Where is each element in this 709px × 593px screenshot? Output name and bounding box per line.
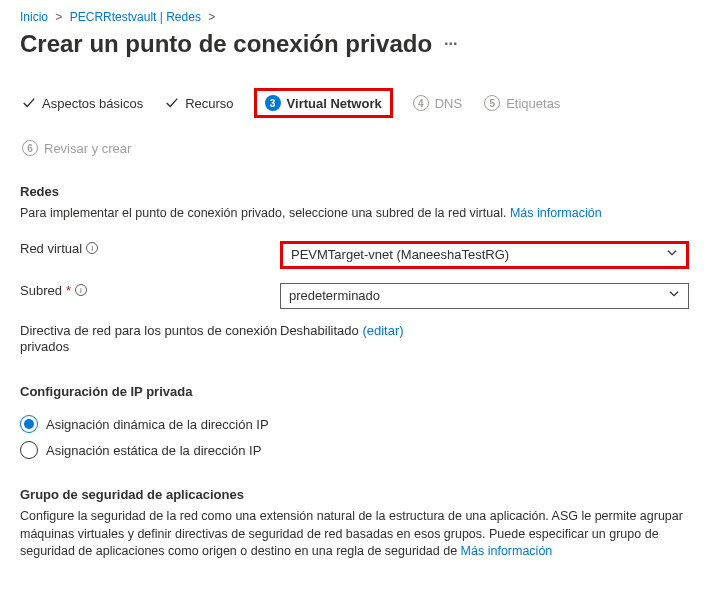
wizard-tabs: Aspectos básicos Recurso 3 Virtual Netwo… <box>20 88 689 160</box>
label-text: Directiva de red para los puntos de cone… <box>20 323 280 357</box>
required-indicator: * <box>66 283 71 298</box>
breadcrumb-sep: > <box>55 10 62 24</box>
tab-label: Virtual Network <box>287 96 382 111</box>
select-red-virtual[interactable]: PEVMTarget-vnet (ManeeshaTestRG) <box>280 241 689 269</box>
section-title-asg: Grupo de seguridad de aplicaciones <box>20 487 689 502</box>
label-subred: Subred * i <box>20 283 280 298</box>
tab-dns[interactable]: 4 DNS <box>411 88 464 118</box>
page-title: Crear un punto de conexión privado ··· <box>20 30 689 58</box>
tab-label: Revisar y crear <box>44 141 131 156</box>
breadcrumb: Inicio > PECRRtestvault | Redes > <box>20 10 689 24</box>
chevron-down-icon <box>668 287 680 302</box>
step-number-icon: 4 <box>413 95 429 111</box>
tab-label: Etiquetas <box>506 96 560 111</box>
chevron-down-icon <box>666 246 678 261</box>
section-title-ipconfig: Configuración de IP privada <box>20 384 689 399</box>
check-icon <box>165 96 179 110</box>
label-text: Subred <box>20 283 62 298</box>
select-value: predeterminado <box>289 288 380 303</box>
radio-icon <box>20 441 38 459</box>
tab-label: DNS <box>435 96 462 111</box>
tab-virtual-network[interactable]: 3 Virtual Network <box>254 88 393 118</box>
section-desc-asg: Configure la seguridad de la red como un… <box>20 508 689 561</box>
radio-ip-static[interactable]: Asignación estática de la dirección IP <box>20 441 689 459</box>
breadcrumb-sep: > <box>208 10 215 24</box>
radio-label: Asignación estática de la dirección IP <box>46 443 261 458</box>
step-number-icon: 6 <box>22 140 38 156</box>
label-red-virtual: Red virtual i <box>20 241 280 256</box>
label-directiva-red: Directiva de red para los puntos de cone… <box>20 323 280 357</box>
radio-ip-dynamic[interactable]: Asignación dinámica de la dirección IP <box>20 415 689 433</box>
page-title-text: Crear un punto de conexión privado <box>20 30 432 58</box>
tab-etiquetas[interactable]: 5 Etiquetas <box>482 88 562 118</box>
tab-revisar-crear[interactable]: 6 Revisar y crear <box>20 136 133 160</box>
desc-text: Para implementar el punto de conexión pr… <box>20 206 506 220</box>
select-value: PEVMTarget-vnet (ManeeshaTestRG) <box>291 247 509 262</box>
more-actions-icon[interactable]: ··· <box>444 35 457 53</box>
select-subred[interactable]: predeterminado <box>280 283 689 309</box>
link-mas-informacion-asg[interactable]: Más información <box>461 544 553 558</box>
step-number-icon: 5 <box>484 95 500 111</box>
tab-aspectos-basicos[interactable]: Aspectos básicos <box>20 88 145 118</box>
radio-label: Asignación dinámica de la dirección IP <box>46 417 269 432</box>
check-icon <box>22 96 36 110</box>
tab-label: Aspectos básicos <box>42 96 143 111</box>
breadcrumb-link-inicio[interactable]: Inicio <box>20 10 48 24</box>
link-mas-informacion-redes[interactable]: Más información <box>510 206 602 220</box>
policy-value: Deshabilitado <box>280 323 359 338</box>
section-desc-redes: Para implementar el punto de conexión pr… <box>20 205 689 223</box>
radio-icon <box>20 415 38 433</box>
desc-text: Configure la seguridad de la red como un… <box>20 509 683 558</box>
tab-label: Recurso <box>185 96 233 111</box>
breadcrumb-link-vault[interactable]: PECRRtestvault | Redes <box>70 10 201 24</box>
step-number-icon: 3 <box>265 95 281 111</box>
tab-recurso[interactable]: Recurso <box>163 88 235 118</box>
info-icon[interactable]: i <box>86 242 98 254</box>
label-text: Red virtual <box>20 241 82 256</box>
info-icon[interactable]: i <box>75 284 87 296</box>
section-title-redes: Redes <box>20 184 689 199</box>
link-editar-policy[interactable]: (editar) <box>362 323 403 338</box>
